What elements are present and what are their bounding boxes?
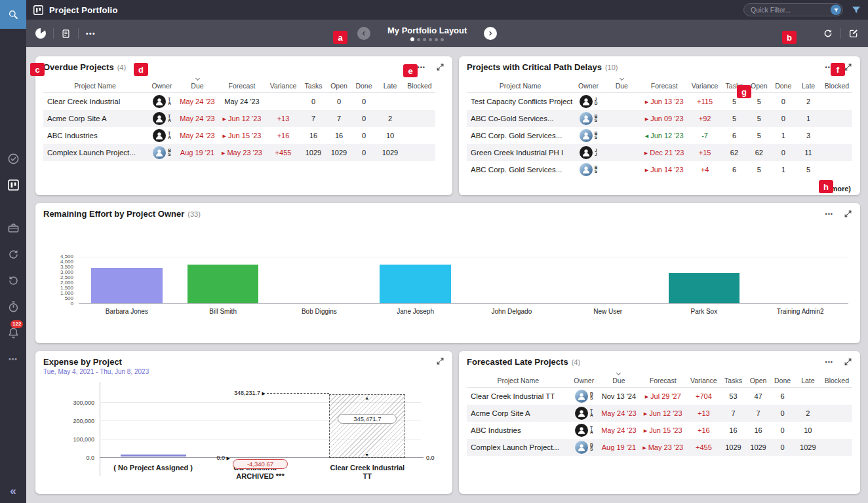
pager-dot-4[interactable] <box>429 38 432 41</box>
filter-panel-button[interactable] <box>851 5 861 15</box>
column-header-tasks[interactable]: Tasks <box>720 371 746 388</box>
project-name[interactable]: ABC Corp. Gold Services... <box>467 161 574 178</box>
project-row[interactable]: Complex Launch Project...BSAug 19 '21▶Ma… <box>467 439 852 456</box>
owner-cell: BS <box>574 127 603 144</box>
quick-filter-funnel-icon[interactable] <box>831 5 841 15</box>
sidebar-item-tasks[interactable] <box>0 145 26 172</box>
report-view-button[interactable] <box>61 29 71 39</box>
project-row[interactable]: Clear Creek Industrial TTBSNov 13 '24▶Ju… <box>467 388 852 405</box>
column-header-late[interactable]: Late <box>795 76 821 93</box>
project-row[interactable]: ABC IndustriesTAMay 24 '23▶Jun 15 '23+16… <box>43 127 435 144</box>
project-row[interactable]: Test Capacity Conflicts ProjectJD▶Jun 13… <box>467 93 852 111</box>
project-row[interactable]: Green Creek Industrial PH IJJ▶Dec 21 '23… <box>467 144 852 161</box>
bar-clear-creek-industrial-tt[interactable] <box>329 394 405 458</box>
column-header-owner[interactable]: Owner <box>574 76 603 93</box>
project-name[interactable]: Acme Corp Site A <box>467 405 569 422</box>
project-row[interactable]: Acme Corp Site ATAMay 24 '23▶Jun 12 '23+… <box>467 405 852 422</box>
collapse-sidebar-button[interactable]: « <box>10 485 16 498</box>
column-header-due[interactable]: Due <box>177 76 218 93</box>
column-header-open[interactable]: Open <box>746 371 770 388</box>
metric-value: 1029 <box>720 439 746 456</box>
expand-icon[interactable] <box>436 63 444 71</box>
sidebar-item-projects[interactable] <box>0 215 26 241</box>
column-header-owner[interactable]: Owner <box>569 371 599 388</box>
toolbar-more-button[interactable]: ••• <box>86 30 96 37</box>
refresh-button[interactable] <box>823 28 833 39</box>
column-header-done[interactable]: Done <box>770 371 795 388</box>
column-header-forecast[interactable]: Forecast <box>218 76 266 93</box>
column-header-project-name[interactable]: Project Name <box>467 371 569 388</box>
column-header-late[interactable]: Late <box>795 371 821 388</box>
column-header-variance[interactable]: Variance <box>266 76 300 93</box>
panel-menu-icon[interactable]: ••• <box>825 211 833 217</box>
project-name[interactable]: Clear Creek Industrial TT <box>467 388 569 405</box>
project-name[interactable]: Clear Creek Industrial <box>43 93 147 111</box>
sidebar-item-history[interactable] <box>0 293 26 320</box>
column-header-late[interactable]: Late <box>376 76 404 93</box>
column-header-variance[interactable]: Variance <box>688 76 722 93</box>
project-row[interactable]: Complex Launch Project...BSAug 19 '21▶Ma… <box>43 144 435 161</box>
pager-dot-5[interactable] <box>435 38 438 41</box>
column-header-blocked[interactable]: Blocked <box>821 76 852 93</box>
project-name[interactable]: Complex Launch Project... <box>467 439 569 456</box>
project-name[interactable]: ABC Industries <box>43 127 147 144</box>
next-layout-button[interactable] <box>484 27 497 40</box>
sidebar-item-cycles[interactable] <box>0 267 26 293</box>
expand-icon[interactable] <box>436 357 444 365</box>
metric-value: 0 <box>351 93 376 111</box>
sidebar-item-portfolio[interactable] <box>0 172 26 198</box>
column-header-tasks[interactable]: Tasks <box>300 76 326 93</box>
project-name[interactable]: Acme Corp Site A <box>43 110 147 127</box>
pager-dot-3[interactable] <box>423 38 426 41</box>
column-header-forecast[interactable]: Forecast <box>641 76 688 93</box>
column-header-open[interactable]: Open <box>326 76 351 93</box>
edit-layout-button[interactable] <box>848 28 859 39</box>
panel-menu-icon[interactable]: ••• <box>418 64 425 71</box>
column-header-done[interactable]: Done <box>771 76 795 93</box>
project-name[interactable]: Complex Launch Project... <box>43 144 147 161</box>
project-row[interactable]: ABC Co-Gold Services...BS▶Jun 09 '23+925… <box>467 110 852 127</box>
expand-icon[interactable] <box>844 358 852 366</box>
bar-barbara-jones[interactable] <box>91 268 163 303</box>
project-name[interactable]: ABC Industries <box>467 422 569 439</box>
global-search-button[interactable] <box>0 0 26 29</box>
pager-dot-2[interactable] <box>417 38 420 41</box>
document-icon <box>61 29 71 39</box>
sidebar-item-more[interactable]: ••• <box>0 346 26 372</box>
project-name[interactable]: ABC Corp. Gold Services... <box>467 127 574 144</box>
project-row[interactable]: ABC Corp. Gold Services...BS▶Jun 14 '23+… <box>467 161 852 178</box>
project-name[interactable]: Test Capacity Conflicts Project <box>467 93 574 111</box>
pager-dot-6[interactable] <box>441 38 444 41</box>
project-row[interactable]: ABC IndustriesTAMay 24 '23▶Jun 15 '23+16… <box>467 422 852 439</box>
column-header-project-name[interactable]: Project Name <box>43 76 147 93</box>
column-header-forecast[interactable]: Forecast <box>639 371 687 388</box>
column-header-variance[interactable]: Variance <box>687 371 720 388</box>
layout-title[interactable]: My Portfolio Layout <box>387 26 467 35</box>
project-row[interactable]: Clear Creek IndustrialTAMay 24 '23May 24… <box>43 93 435 111</box>
project-row[interactable]: Acme Corp Site ATAMay 24 '23▶Jun 12 '23+… <box>43 110 435 127</box>
column-header-blocked[interactable]: Blocked <box>821 371 852 388</box>
project-name[interactable]: ABC Co-Gold Services... <box>467 110 574 127</box>
previous-layout-button[interactable] <box>357 27 370 40</box>
expand-icon[interactable] <box>844 210 852 218</box>
project-row[interactable]: ABC Corp. Gold Services...BS◀Jun 12 '23-… <box>467 127 852 144</box>
column-header-due[interactable]: Due <box>599 371 639 388</box>
column-header-project-name[interactable]: Project Name <box>467 76 574 93</box>
column-header-blocked[interactable]: Blocked <box>404 76 435 93</box>
bell-icon <box>7 327 20 339</box>
panel-menu-icon[interactable]: ••• <box>825 359 833 365</box>
chart-view-button[interactable] <box>35 28 46 39</box>
bar-park-sox[interactable] <box>669 273 740 303</box>
bar-no-project-assigned[interactable] <box>121 455 186 456</box>
bar-jane-joseph[interactable] <box>380 265 451 303</box>
column-header-owner[interactable]: Owner <box>147 76 177 93</box>
pager-dot-1[interactable] <box>410 37 414 41</box>
sidebar-item-sync[interactable] <box>0 241 26 267</box>
column-header-due[interactable]: Due <box>603 76 641 93</box>
column-header-done[interactable]: Done <box>351 76 376 93</box>
quick-filter-input[interactable]: Quick Filter... <box>743 3 843 16</box>
sidebar-item-notifications[interactable]: 122 <box>0 320 26 346</box>
project-name[interactable]: Green Creek Industrial PH I <box>467 144 574 161</box>
bar-bill-smith[interactable] <box>187 265 259 303</box>
forecast-arrow-icon: ▶ <box>222 151 225 155</box>
